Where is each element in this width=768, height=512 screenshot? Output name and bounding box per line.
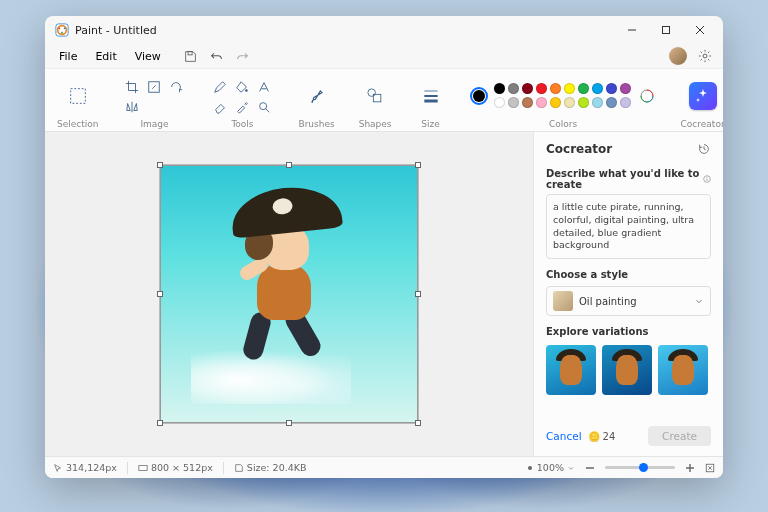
prompt-input[interactable]: a little cute pirate, running, colorful,… bbox=[546, 194, 711, 259]
color-swatch[interactable] bbox=[564, 83, 575, 94]
variation-thumb[interactable] bbox=[658, 345, 708, 395]
selected-color[interactable] bbox=[470, 87, 488, 105]
paint-app-icon bbox=[55, 23, 69, 37]
color-swatch[interactable] bbox=[536, 83, 547, 94]
resize-handle[interactable] bbox=[415, 291, 421, 297]
window-title: Paint - Untitled bbox=[75, 24, 157, 37]
svg-rect-6 bbox=[663, 27, 670, 34]
color-swatch[interactable] bbox=[494, 97, 505, 108]
resize-handle[interactable] bbox=[157, 291, 163, 297]
label-colors: Colors bbox=[549, 119, 577, 129]
fit-screen-button[interactable] bbox=[705, 463, 715, 473]
menu-bar: File Edit View bbox=[45, 44, 723, 68]
label-image: Image bbox=[140, 119, 168, 129]
save-icon[interactable] bbox=[179, 45, 203, 67]
svg-point-4 bbox=[61, 32, 63, 34]
style-select[interactable]: Oil painting bbox=[546, 286, 711, 316]
text-icon[interactable] bbox=[254, 77, 274, 97]
maximize-button[interactable] bbox=[649, 16, 683, 44]
color-swatch[interactable] bbox=[592, 97, 603, 108]
color-swatch[interactable] bbox=[550, 83, 561, 94]
color-swatch[interactable] bbox=[578, 97, 589, 108]
history-icon[interactable] bbox=[697, 142, 711, 156]
eyedropper-icon[interactable] bbox=[232, 97, 252, 117]
zoom-slider[interactable] bbox=[605, 466, 675, 469]
size-tool[interactable] bbox=[416, 81, 446, 111]
color-swatch[interactable] bbox=[536, 97, 547, 108]
color-swatch[interactable] bbox=[508, 97, 519, 108]
cancel-button[interactable]: Cancel bbox=[546, 430, 582, 442]
settings-icon[interactable] bbox=[693, 45, 717, 67]
resize-handle[interactable] bbox=[286, 162, 292, 168]
color-swatch[interactable] bbox=[550, 97, 561, 108]
menu-edit[interactable]: Edit bbox=[87, 48, 124, 65]
canvas-area[interactable] bbox=[45, 132, 533, 456]
coin-icon: 🪙 bbox=[588, 431, 600, 442]
resize-handle[interactable] bbox=[286, 420, 292, 426]
menu-view[interactable]: View bbox=[127, 48, 169, 65]
color-swatch[interactable] bbox=[578, 83, 589, 94]
label-cocreator: Cocreator bbox=[681, 119, 723, 129]
cocreator-button[interactable] bbox=[689, 82, 717, 110]
redo-icon[interactable] bbox=[231, 45, 255, 67]
explore-label: Explore variations bbox=[546, 326, 711, 337]
zoom-display[interactable]: 100% bbox=[526, 462, 575, 473]
color-swatch[interactable] bbox=[606, 97, 617, 108]
minimize-button[interactable] bbox=[615, 16, 649, 44]
variation-thumb[interactable] bbox=[546, 345, 596, 395]
svg-point-3 bbox=[64, 27, 66, 29]
color-swatch[interactable] bbox=[620, 83, 631, 94]
color-swatch[interactable] bbox=[522, 83, 533, 94]
fill-icon[interactable] bbox=[232, 77, 252, 97]
status-bar: 314,124px 800 × 512px Size: 20.4KB 100% bbox=[45, 456, 723, 478]
crop-icon[interactable] bbox=[122, 77, 142, 97]
canvas-dimensions: 800 × 512px bbox=[138, 462, 213, 473]
color-swatch[interactable] bbox=[522, 97, 533, 108]
menu-file[interactable]: File bbox=[51, 48, 85, 65]
disk-icon bbox=[234, 463, 244, 473]
resize-handle[interactable] bbox=[157, 420, 163, 426]
color-swatch[interactable] bbox=[592, 83, 603, 94]
user-avatar[interactable] bbox=[669, 47, 687, 65]
info-icon[interactable] bbox=[703, 174, 711, 184]
zoom-out-button[interactable] bbox=[585, 463, 595, 473]
svg-rect-25 bbox=[139, 465, 147, 470]
group-cocreator: Cocreator bbox=[677, 73, 723, 129]
svg-rect-9 bbox=[188, 51, 192, 54]
flip-icon[interactable] bbox=[122, 97, 142, 117]
create-button[interactable]: Create bbox=[648, 426, 711, 446]
resize-handle[interactable] bbox=[415, 420, 421, 426]
close-button[interactable] bbox=[683, 16, 717, 44]
shapes-tool[interactable] bbox=[360, 81, 390, 111]
brush-tool[interactable] bbox=[302, 81, 332, 111]
variation-thumb[interactable] bbox=[602, 345, 652, 395]
color-swatch[interactable] bbox=[620, 97, 631, 108]
canvas[interactable] bbox=[160, 165, 418, 423]
pencil-icon[interactable] bbox=[210, 77, 230, 97]
cocreator-panel: Cocreator Describe what you'd like to cr… bbox=[533, 132, 723, 456]
cursor-icon bbox=[53, 463, 63, 473]
resize-handle[interactable] bbox=[415, 162, 421, 168]
rotate-icon[interactable] bbox=[166, 77, 186, 97]
dimensions-icon bbox=[138, 463, 148, 473]
file-size: Size: 20.4KB bbox=[234, 462, 307, 473]
resize-handle[interactable] bbox=[157, 162, 163, 168]
title-bar: Paint - Untitled bbox=[45, 16, 723, 44]
label-brushes: Brushes bbox=[298, 119, 334, 129]
color-swatch[interactable] bbox=[606, 83, 617, 94]
zoom-slider-thumb[interactable] bbox=[639, 463, 648, 472]
color-picker-icon[interactable] bbox=[637, 86, 657, 106]
svg-point-2 bbox=[59, 27, 61, 29]
zoom-in-button[interactable] bbox=[685, 463, 695, 473]
eraser-icon[interactable] bbox=[210, 97, 230, 117]
dot-icon bbox=[526, 464, 534, 472]
color-swatch[interactable] bbox=[508, 83, 519, 94]
magnifier-icon[interactable] bbox=[254, 97, 274, 117]
undo-icon[interactable] bbox=[205, 45, 229, 67]
select-tool[interactable] bbox=[63, 81, 93, 111]
color-swatch[interactable] bbox=[564, 97, 575, 108]
group-selection: Selection bbox=[53, 73, 102, 129]
color-swatch[interactable] bbox=[494, 83, 505, 94]
resize-icon[interactable] bbox=[144, 77, 164, 97]
label-tools: Tools bbox=[231, 119, 253, 129]
